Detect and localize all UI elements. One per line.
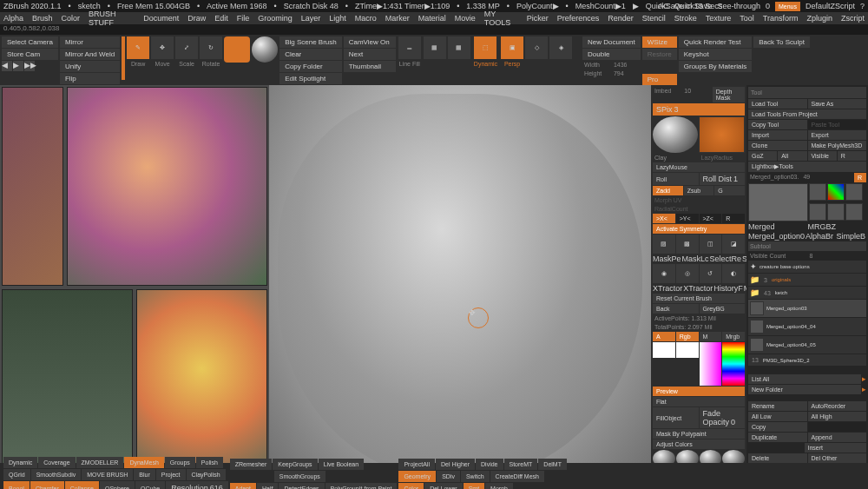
reset-brush-button[interactable]: Reset Current Brush bbox=[653, 294, 745, 303]
subtool-item[interactable]: 📁43ketch bbox=[748, 287, 866, 299]
tool-thumb-1[interactable] bbox=[809, 183, 826, 201]
menu-brushstuff[interactable]: BRUSH STUFF bbox=[87, 10, 136, 27]
menu-tool[interactable]: Tool bbox=[738, 14, 756, 23]
menu-preferences[interactable]: Preferences bbox=[556, 14, 602, 23]
polish-button[interactable]: Polish bbox=[196, 457, 223, 468]
material-sphere-icon[interactable] bbox=[252, 36, 278, 63]
reference-image-1[interactable] bbox=[2, 87, 63, 286]
qsphere-button[interactable]: QSphere bbox=[100, 481, 135, 489]
menu-mytools[interactable]: MY TOOLS bbox=[483, 10, 520, 27]
copy-button[interactable]: Copy bbox=[748, 422, 807, 432]
grid1-icon[interactable]: ▦ bbox=[424, 36, 446, 59]
history-icon[interactable]: ↺ bbox=[700, 264, 722, 283]
creatediff-button[interactable]: CreateDiff Mesh bbox=[490, 471, 544, 482]
mask2-icon[interactable]: ▩ bbox=[676, 235, 699, 254]
hue-slider[interactable] bbox=[722, 342, 745, 386]
visible-button[interactable]: Visible bbox=[808, 151, 837, 161]
menu-zplugin[interactable]: Zplugin bbox=[805, 14, 834, 23]
menu-color[interactable]: Color bbox=[60, 14, 82, 23]
tool-thumb-4[interactable] bbox=[809, 203, 826, 221]
xtractor2-icon[interactable]: ◎ bbox=[676, 264, 699, 283]
m-button[interactable]: M bbox=[700, 332, 722, 341]
menu-draw[interactable]: Draw bbox=[186, 14, 207, 23]
menu-texture[interactable]: Texture bbox=[704, 14, 733, 23]
flip-button[interactable]: Flip bbox=[60, 73, 120, 84]
linefill-icon[interactable]: ═ bbox=[398, 36, 421, 59]
alllow-button[interactable]: All Low bbox=[748, 412, 807, 421]
menu-transform[interactable]: Transform bbox=[761, 14, 800, 23]
brush-preview-icon[interactable] bbox=[224, 36, 250, 63]
switch-button[interactable]: Switch bbox=[461, 471, 490, 482]
clone-button[interactable]: Clone bbox=[748, 141, 807, 150]
zadd-button[interactable]: Zadd bbox=[653, 186, 683, 195]
tool-thumb-5[interactable] bbox=[827, 203, 845, 221]
menu-brush[interactable]: Brush bbox=[30, 14, 55, 23]
symz-button[interactable]: >Z< bbox=[700, 214, 722, 223]
polygroupit-button[interactable]: PolyGroupIt from Paint bbox=[326, 483, 398, 490]
paste-tool-button[interactable]: Paste Tool bbox=[808, 120, 867, 129]
mirror-weld-button[interactable]: Mirror And Weld bbox=[60, 49, 120, 60]
dynamic-icon[interactable]: ⬚ bbox=[474, 36, 496, 59]
dynamesh-button[interactable]: DynaMesh bbox=[124, 457, 163, 468]
menu-render[interactable]: Render bbox=[606, 14, 635, 23]
activate-symmetry-button[interactable]: Activate Symmetry bbox=[653, 224, 745, 234]
list-all-button[interactable]: List All bbox=[748, 374, 861, 384]
adjust-colors-button[interactable]: Adjust Colors bbox=[653, 439, 745, 449]
menu-grooming[interactable]: Grooming bbox=[256, 14, 294, 23]
qcube-button[interactable]: QCube bbox=[135, 481, 165, 489]
r-button[interactable]: R bbox=[838, 151, 866, 161]
3d-canvas[interactable]: ✥ bbox=[269, 85, 651, 489]
rename-button[interactable]: Rename bbox=[748, 401, 807, 411]
paste-button[interactable] bbox=[808, 422, 867, 432]
lazymouse-button[interactable]: LazyMouse bbox=[653, 162, 745, 172]
symy-button[interactable]: >Y< bbox=[676, 214, 699, 223]
duplicate-button[interactable]: Duplicate bbox=[748, 433, 807, 442]
tool-thumb-main[interactable] bbox=[748, 183, 808, 221]
adapt-button[interactable]: Adapt bbox=[230, 483, 256, 490]
delhigher-button[interactable]: Del Higher bbox=[436, 459, 475, 470]
append-button[interactable]: Append bbox=[808, 433, 867, 442]
half-button[interactable]: Half bbox=[257, 483, 278, 490]
storemt-button[interactable]: StoreMT bbox=[504, 459, 538, 470]
allhigh-button[interactable]: All High bbox=[808, 412, 867, 421]
copy-folder-button[interactable]: Copy Folder bbox=[279, 61, 342, 72]
select2-icon[interactable]: ◪ bbox=[722, 235, 745, 254]
tool-thumb-3[interactable] bbox=[845, 183, 863, 201]
fillobject-button[interactable]: FillObject bbox=[653, 407, 699, 428]
subtool-item[interactable]: Merged_option04_05 bbox=[748, 336, 866, 354]
make-polymesh-button[interactable]: Make PolyMesh3D bbox=[808, 141, 867, 150]
delother-button[interactable]: Del Other bbox=[808, 453, 867, 463]
coverage-button[interactable]: Coverage bbox=[38, 457, 75, 468]
all-button[interactable]: All bbox=[778, 151, 806, 161]
preview-button[interactable]: Preview bbox=[653, 387, 745, 396]
depth-preview-icon[interactable] bbox=[699, 116, 746, 153]
subtool-item[interactable]: 13PM3D_Sphere3D_2 bbox=[748, 354, 866, 366]
pro-button[interactable]: Pro bbox=[642, 74, 677, 85]
play-icon[interactable]: ▶ bbox=[13, 61, 23, 71]
mask1-icon[interactable]: ▨ bbox=[653, 235, 675, 254]
menu-marker[interactable]: Marker bbox=[384, 14, 411, 23]
xtractor1-icon[interactable]: ◉ bbox=[653, 264, 675, 283]
delete-button[interactable]: Delete bbox=[748, 453, 807, 463]
copy-tool-button[interactable]: Copy Tool bbox=[748, 120, 807, 129]
depth-mask-button[interactable]: Depth Mask bbox=[713, 87, 745, 102]
menu-alpha[interactable]: Alpha bbox=[2, 14, 25, 23]
detectedges-button[interactable]: DetectEdges bbox=[279, 483, 324, 490]
color-swatch-1[interactable] bbox=[653, 342, 675, 358]
symr-button[interactable]: R bbox=[722, 214, 745, 223]
draw-mode-icon[interactable]: ✎ bbox=[127, 36, 149, 59]
mrgb-button[interactable]: Mrgb bbox=[722, 332, 745, 341]
geometry-button[interactable]: Geometry bbox=[398, 471, 436, 482]
grid2-icon[interactable]: ▦ bbox=[448, 36, 470, 59]
zremesher-button[interactable]: ZRemesher bbox=[230, 459, 273, 470]
rolldist-button[interactable]: Roll Dist 1 bbox=[700, 173, 746, 185]
clear-button[interactable]: Clear bbox=[279, 49, 342, 60]
mrgbzi-icon[interactable]: ◐ bbox=[722, 264, 745, 283]
color-button[interactable]: Color bbox=[398, 483, 424, 490]
move-mode-icon[interactable]: ✥ bbox=[151, 36, 174, 59]
blur-button[interactable]: Blur bbox=[134, 469, 155, 480]
subtool-item-active[interactable]: Merged_option03 bbox=[748, 300, 866, 317]
mirror-button[interactable]: Mirror bbox=[60, 36, 120, 48]
quicksave-button[interactable]: QuickSave bbox=[674, 2, 713, 10]
select1-icon[interactable]: ◫ bbox=[700, 235, 722, 254]
